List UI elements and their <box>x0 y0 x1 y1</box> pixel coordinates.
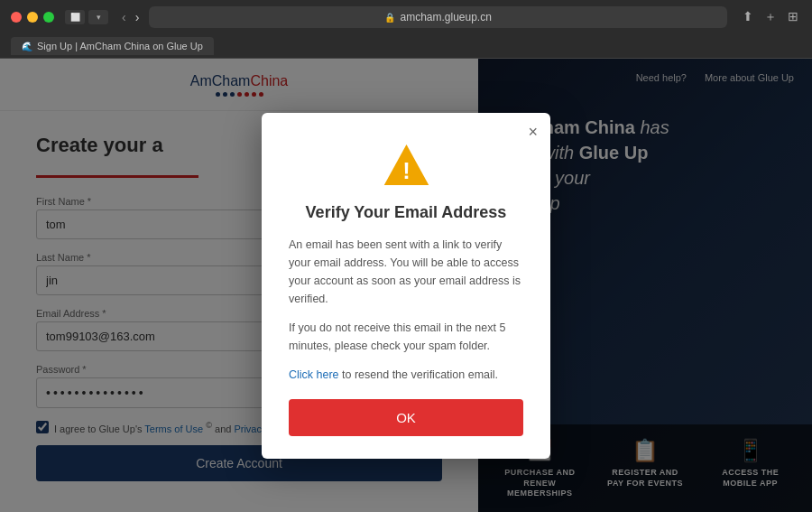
back-button[interactable]: ‹ <box>119 10 129 24</box>
tab-favicon: 🌊 <box>22 42 32 51</box>
titlebar: ⬜ ▾ ‹ › 🔒 amcham.glueup.cn ⬆ ＋ ⊞ <box>0 0 812 34</box>
modal-backdrop: × ! Verify Your Email Address An email h… <box>0 59 812 512</box>
warning-triangle-icon: ! <box>382 140 431 190</box>
layout-button[interactable]: ▾ <box>88 10 108 24</box>
minimize-window-button[interactable] <box>27 12 38 23</box>
active-tab[interactable]: 🌊 Sign Up | AmCham China on Glue Up <box>11 37 214 55</box>
modal-icon-area: ! <box>289 140 523 190</box>
share-icon[interactable]: ⬆ <box>740 9 756 25</box>
traffic-lights <box>11 12 54 23</box>
modal-title: Verify Your Email Address <box>289 203 523 222</box>
resend-row: Click here to resend the verification em… <box>289 368 523 381</box>
resend-suffix: to resend the verification email. <box>339 368 498 381</box>
nav-buttons: ‹ › <box>119 10 142 24</box>
page-area: AmChamChina Create your a First Name * <box>0 59 812 512</box>
verify-email-modal: × ! Verify Your Email Address An email h… <box>262 113 550 459</box>
ok-button[interactable]: OK <box>289 399 523 436</box>
tab-bar: 🌊 Sign Up | AmCham China on Glue Up <box>0 34 812 58</box>
lock-icon: 🔒 <box>384 13 395 23</box>
svg-text:!: ! <box>402 158 411 183</box>
window-controls: ⬜ ▾ <box>65 10 108 24</box>
sidebar-toggle-button[interactable]: ⬜ <box>65 10 85 24</box>
maximize-window-button[interactable] <box>43 12 54 23</box>
extensions-icon[interactable]: ⊞ <box>785 9 801 25</box>
url-text: amcham.glueup.cn <box>400 11 491 23</box>
forward-button[interactable]: › <box>133 10 143 24</box>
browser-chrome: ⬜ ▾ ‹ › 🔒 amcham.glueup.cn ⬆ ＋ ⊞ 🌊 Sign … <box>0 0 812 59</box>
modal-close-button[interactable]: × <box>528 124 538 140</box>
click-here-link[interactable]: Click here <box>289 368 339 381</box>
close-window-button[interactable] <box>11 12 22 23</box>
add-tab-icon[interactable]: ＋ <box>761 9 780 25</box>
modal-body-1: An email has been sent with a link to ve… <box>289 236 523 308</box>
toolbar-icons: ⬆ ＋ ⊞ <box>740 9 801 25</box>
tab-label: Sign Up | AmCham China on Glue Up <box>37 41 203 51</box>
modal-body-2: If you do not receive this email in the … <box>289 319 523 355</box>
address-bar[interactable]: 🔒 amcham.glueup.cn <box>149 6 727 28</box>
